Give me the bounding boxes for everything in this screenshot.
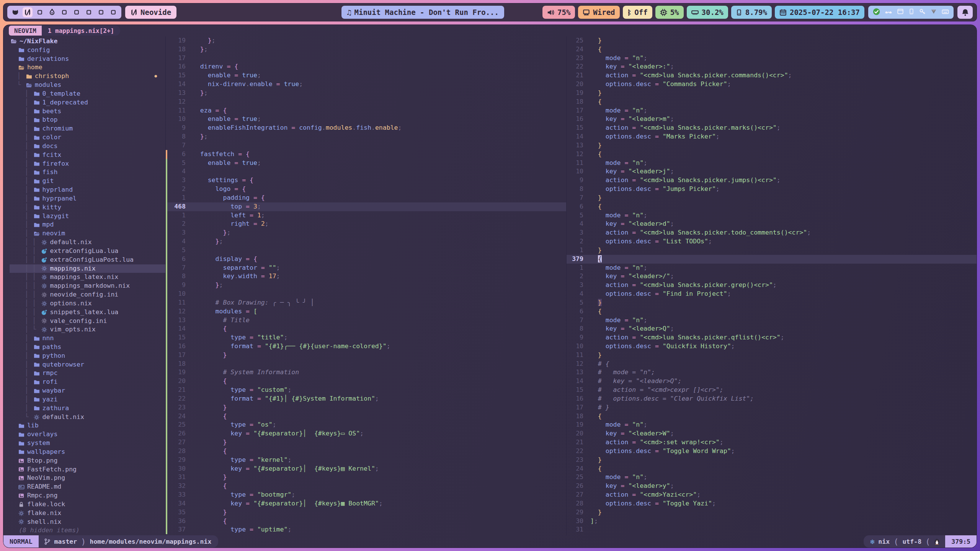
code-line[interactable]: 15 # action = "<cmd>cexpr []<cr>"; <box>567 386 977 395</box>
tree-item-Btop.png[interactable]: Btop.png <box>10 456 165 465</box>
code-line[interactable]: 10 key = "<leader>j"; <box>567 167 977 176</box>
code-line[interactable]: 31 } <box>166 473 566 482</box>
workspace-3[interactable] <box>35 7 45 17</box>
code-line[interactable]: 24 { <box>166 412 566 421</box>
tray-keyboard-icon[interactable] <box>942 8 949 17</box>
code-line[interactable]: 35 } <box>166 508 566 517</box>
code-line[interactable]: 22 options.desc = "Toggle Word Wrap"; <box>567 447 977 456</box>
code-line[interactable]: 19 }; <box>166 36 566 45</box>
code-line[interactable]: 9 action = "<cmd>lua Snacks.picker.jumps… <box>567 176 977 185</box>
tree-item-FastFetch.png[interactable]: FastFetch.png <box>10 465 165 474</box>
tray-triangle-icon[interactable] <box>930 8 937 16</box>
code-line[interactable]: 23 } <box>166 403 566 412</box>
code-line[interactable]: 6 fastfetch = { <box>166 150 566 159</box>
code-line[interactable]: 1 padding = { <box>166 194 566 202</box>
tree-item-python[interactable]: │ python <box>10 352 165 360</box>
code-line-current[interactable]: 379 { <box>567 255 977 264</box>
code-line[interactable]: 22 key = "<leader>:"; <box>567 62 977 71</box>
tree-item-beets[interactable]: │ beets <box>10 107 165 116</box>
code-line[interactable]: 7 <box>166 141 566 150</box>
code-line[interactable]: 11 eza = { <box>166 106 566 115</box>
tree-item-docs[interactable]: │ docs <box>10 142 165 151</box>
code-line[interactable]: 14 nix-direnv.enable = true; <box>166 80 566 89</box>
code-line[interactable]: 2 options.desc = "List TODOs"; <box>567 237 977 246</box>
code-line[interactable]: 11 } <box>567 351 977 360</box>
tree-item-extraConfigLua.lua[interactable]: │ │ extraConfigLua.lua <box>10 247 165 256</box>
tree-item-flake.nix[interactable]: flake.nix <box>10 509 165 518</box>
code-line[interactable]: 14 { <box>166 324 566 333</box>
tree-item-waybar[interactable]: │ waybar <box>10 386 165 395</box>
tree-item-system[interactable]: system <box>10 439 165 448</box>
editor-pane-left[interactable]: 19 };18 };1716 direnv = {15 enable = tru… <box>166 36 566 535</box>
workspace-8[interactable] <box>96 7 106 17</box>
code-line[interactable]: 12 # { <box>567 360 977 368</box>
tree-item-neovim[interactable]: │ neovim <box>10 229 165 238</box>
code-line[interactable]: 14 # key = "<leader>Q"; <box>567 377 977 386</box>
code-line[interactable]: 19 mode = "n"; <box>567 421 977 429</box>
code-line[interactable]: 11 # Box Drawing: ╭ ─ ╮ ╰ ╯ │ <box>166 298 566 307</box>
code-line[interactable]: 6 { <box>567 202 977 211</box>
code-line[interactable]: 11 mode = "n"; <box>567 159 977 168</box>
code-line[interactable]: 1 mode = "n"; <box>567 264 977 272</box>
workspace-5[interactable] <box>59 7 69 17</box>
code-line[interactable]: 7 mode = "n"; <box>567 316 977 325</box>
code-line[interactable]: 29 type = "kernel"; <box>166 456 566 465</box>
tray-key-icon[interactable] <box>919 8 926 16</box>
code-line[interactable]: 9 action = "<cmd>lua Snacks.picker.qflis… <box>567 333 977 342</box>
tree-item-christoph[interactable]: │ christoph● <box>10 72 165 81</box>
workspace-6[interactable] <box>72 7 82 17</box>
code-line[interactable]: 27 } <box>166 438 566 447</box>
code-line[interactable]: 10 options.desc = "Quickfix History"; <box>567 342 977 351</box>
code-line[interactable]: 37 type = "uptime"; <box>166 525 566 534</box>
code-line[interactable]: 8 options.desc = "Jumps Picker"; <box>567 185 977 194</box>
tree-item-modules[interactable]: └ modules <box>10 81 165 90</box>
code-line[interactable]: 28 { <box>166 447 566 456</box>
app-button-neovide[interactable]: Neovide <box>125 6 176 19</box>
tree-item-rofi[interactable]: │ rofi <box>10 378 165 386</box>
code-line[interactable]: 12 { <box>567 150 977 159</box>
code-line[interactable]: 8 }; <box>166 132 566 141</box>
code-line[interactable]: 1 left = 1; <box>166 211 566 220</box>
tree-item-config[interactable]: config <box>10 46 165 55</box>
code-line[interactable]: 13 # Title <box>166 316 566 325</box>
tree-item-fcitx[interactable]: │ fcitx <box>10 151 165 160</box>
workspace-7[interactable] <box>84 7 94 17</box>
tree-item-git[interactable]: │ git <box>10 177 165 186</box>
code-line[interactable]: 18 { <box>567 412 977 421</box>
code-line[interactable]: 17 # } <box>567 403 977 412</box>
tree-item-default.nix[interactable]: └ default.nix <box>10 413 165 422</box>
module-network[interactable]: Wired <box>578 6 619 19</box>
tree-item-options.nix[interactable]: │ │ options.nix <box>10 299 165 308</box>
code-line[interactable]: 23 } <box>567 456 977 465</box>
code-line[interactable]: 9 enableFishIntegration = config.modules… <box>166 124 566 132</box>
code-line[interactable]: 17 mode = "n"; <box>567 106 977 115</box>
tree-item-hyprpanel[interactable]: │ hyprpanel <box>10 194 165 203</box>
tree-item-mappings_latex.nix[interactable]: │ │ mappings_latex.nix <box>10 273 165 282</box>
code-line[interactable]: 10 <box>166 290 566 298</box>
tree-item-fish[interactable]: │ fish <box>10 168 165 177</box>
tree-item-flake.lock[interactable]: flake.lock <box>10 500 165 509</box>
tray-check-icon[interactable] <box>873 8 880 17</box>
code-line[interactable]: 12 modules = [ <box>166 307 566 316</box>
tree-item-Rmpc.png[interactable]: Rmpc.png <box>10 491 165 500</box>
code-line[interactable]: 16 format = "{#1}╭── {#}{user-name-color… <box>166 342 566 351</box>
code-line[interactable]: 10 enable = true; <box>166 115 566 124</box>
tray-phone-icon[interactable] <box>908 8 915 16</box>
tree-item-vim_opts.nix[interactable]: │ └ vim_opts.nix <box>10 325 165 334</box>
code-line[interactable]: 1 } <box>567 246 977 255</box>
code-line[interactable]: 25 } <box>567 36 977 45</box>
code-line[interactable]: 6 { <box>567 307 977 316</box>
code-line[interactable]: 19 # System Information <box>166 368 566 377</box>
code-line[interactable]: 4 <box>166 167 566 176</box>
tree-item-1_deprecated[interactable]: │ 1_deprecated <box>10 98 165 107</box>
module-volume[interactable]: 75% <box>542 6 575 19</box>
code-line[interactable]: 31 <box>567 525 977 534</box>
code-line[interactable]: 15 action = "<cmd>lua Snacks.picker.mark… <box>567 124 977 132</box>
code-line[interactable]: 32 { <box>166 482 566 491</box>
code-line[interactable]: 30 key = "{#separator}│ {#keys}▤ Kernel"… <box>166 465 566 473</box>
code-line[interactable]: 7 separator = ""; <box>166 264 566 272</box>
code-line[interactable]: 16 key = "<leader>m"; <box>567 115 977 124</box>
code-line[interactable]: 20 { <box>166 377 566 386</box>
module-clock[interactable]: 2025-07-22 16:37 <box>775 6 864 19</box>
code-line[interactable]: 15 enable = true; <box>166 71 566 80</box>
